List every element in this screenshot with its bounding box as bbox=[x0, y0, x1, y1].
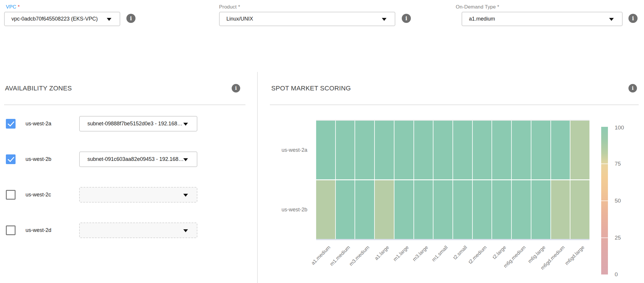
heatmap-cell bbox=[414, 121, 433, 179]
heatmap-x-label: a1.large bbox=[374, 245, 391, 262]
subnet-select-us-west-2b[interactable]: subnet-091c603aa82e09453 - 192.168… bbox=[79, 151, 197, 167]
chevron-down-icon bbox=[609, 18, 614, 21]
az-checkbox-us-west-2d[interactable] bbox=[6, 225, 16, 235]
heatmap-grid bbox=[316, 120, 589, 240]
az-checkbox-us-west-2b[interactable] bbox=[6, 154, 16, 164]
az-row-us-west-2d: us-west-2d bbox=[6, 223, 257, 238]
az-row-us-west-2c: us-west-2c bbox=[6, 187, 257, 203]
product-select-value: Linux/UNIX bbox=[226, 16, 253, 22]
product-select[interactable]: Linux/UNIX bbox=[219, 12, 395, 26]
spot-market-scoring-panel: SPOT MARKET SCORING i us-west-2a us-west… bbox=[258, 72, 643, 283]
heatmap-cell bbox=[492, 121, 511, 179]
heatmap-cell bbox=[394, 180, 413, 239]
heatmap-cell bbox=[531, 121, 550, 179]
az-name: us-west-2c bbox=[26, 192, 79, 198]
legend-divider bbox=[601, 201, 608, 201]
az-row-us-west-2b: us-west-2b subnet-091c603aa82e09453 - 19… bbox=[6, 151, 257, 167]
product-label: Product * bbox=[219, 4, 240, 10]
az-row-us-west-2a: us-west-2a subnet-09888f7be5152d0e3 - 19… bbox=[6, 116, 257, 132]
heatmap-cell bbox=[394, 121, 413, 179]
vpc-required-mark: * bbox=[18, 4, 20, 10]
heatmap-x-label: t2.large bbox=[492, 245, 507, 260]
heatmap-cell bbox=[492, 180, 511, 239]
heatmap-x-label: m1.large bbox=[392, 245, 410, 262]
heatmap-cell bbox=[512, 180, 531, 239]
heatmap-cell bbox=[375, 180, 394, 239]
az-name: us-west-2a bbox=[26, 121, 79, 127]
heatmap-x-label: m6g.large bbox=[527, 245, 547, 265]
chevron-down-icon bbox=[183, 229, 188, 232]
legend-tick-label: 0 bbox=[615, 271, 618, 278]
heatmap-cell bbox=[453, 121, 472, 179]
legend-tick-label: 50 bbox=[615, 198, 621, 204]
heatmap-cell bbox=[570, 180, 589, 239]
heatmap-cell bbox=[375, 121, 394, 179]
availability-zones-title: AVAILABILITY ZONES bbox=[5, 85, 72, 92]
chevron-down-icon bbox=[107, 18, 111, 21]
heatmap-cell bbox=[433, 180, 453, 239]
heatmap-cell bbox=[551, 121, 570, 179]
heatmap-cell bbox=[336, 121, 355, 179]
subnet-select-value: subnet-09888f7be5152d0e3 - 192.168… bbox=[87, 121, 182, 127]
legend-tick-label: 75 bbox=[615, 161, 621, 167]
heatmap-cell bbox=[531, 180, 550, 239]
heatmap-x-label: m6gd.large bbox=[564, 245, 586, 266]
heatmap-x-label: m3.large bbox=[411, 245, 429, 262]
chevron-down-icon bbox=[382, 18, 387, 21]
heatmap-x-axis: a1.mediumm1.mediumm3.mediuma1.largem1.la… bbox=[316, 245, 589, 283]
heatmap-row-label: us-west-2a bbox=[258, 147, 307, 153]
legend-tick-label: 100 bbox=[615, 124, 624, 131]
heatmap-cell bbox=[316, 180, 335, 239]
heatmap-cell bbox=[570, 121, 589, 179]
top-form: VPC * vpc-0adcb70f645508223 (EKS-VPC) i … bbox=[0, 0, 644, 72]
spot-market-scoring-title: SPOT MARKET SCORING bbox=[271, 85, 351, 92]
vpc-select-value: vpc-0adcb70f645508223 (EKS-VPC) bbox=[11, 16, 98, 22]
product-info-icon[interactable]: i bbox=[402, 14, 411, 23]
heatmap-x-label: t2.medium bbox=[467, 245, 488, 265]
on-demand-type-label: On-Demand Type * bbox=[456, 4, 499, 10]
heatmap-cell bbox=[453, 180, 472, 239]
az-checkbox-us-west-2c[interactable] bbox=[6, 190, 16, 200]
spot-market-scoring-info-icon[interactable]: i bbox=[628, 84, 637, 92]
heatmap-x-label: m1.small bbox=[431, 245, 449, 263]
az-checkbox-us-west-2a[interactable] bbox=[6, 119, 16, 129]
subnet-select-us-west-2d[interactable] bbox=[79, 223, 197, 238]
section-divider bbox=[4, 105, 245, 105]
availability-zones-panel: AVAILABILITY ZONES i us-west-2a subnet-0… bbox=[0, 72, 258, 283]
availability-zones-info-icon[interactable]: i bbox=[232, 84, 240, 92]
chevron-down-icon bbox=[183, 194, 188, 197]
chevron-down-icon bbox=[183, 123, 188, 126]
legend-tick-label: 25 bbox=[615, 235, 621, 241]
heatmap-cell bbox=[414, 180, 433, 239]
on-demand-type-select[interactable]: a1.medium bbox=[462, 12, 623, 26]
heatmap-row-label: us-west-2b bbox=[258, 207, 307, 213]
subnet-select-value: subnet-091c603aa82e09453 - 192.168… bbox=[87, 156, 184, 162]
legend-divider bbox=[601, 164, 608, 164]
heatmap-cell bbox=[433, 121, 453, 179]
vpc-select[interactable]: vpc-0adcb70f645508223 (EKS-VPC) bbox=[4, 12, 120, 26]
on-demand-type-info-icon[interactable]: i bbox=[628, 14, 638, 23]
chevron-down-icon bbox=[183, 158, 188, 161]
heatmap-cell bbox=[355, 180, 374, 239]
legend-divider bbox=[601, 237, 608, 238]
heatmap-cell bbox=[316, 121, 335, 179]
vpc-label: VPC * bbox=[6, 4, 20, 10]
subnet-select-us-west-2a[interactable]: subnet-09888f7be5152d0e3 - 192.168… bbox=[79, 116, 197, 132]
heatmap-cell bbox=[355, 121, 374, 179]
az-name: us-west-2b bbox=[26, 156, 79, 162]
heatmap-cell bbox=[512, 121, 531, 179]
heatmap-x-label: m3.medium bbox=[348, 245, 371, 267]
heatmap-cell bbox=[551, 180, 570, 239]
az-name: us-west-2d bbox=[26, 227, 79, 233]
heatmap-cell bbox=[336, 180, 355, 239]
heatmap-x-label: m1.medium bbox=[329, 245, 351, 267]
heatmap-cell bbox=[473, 121, 492, 179]
on-demand-type-select-value: a1.medium bbox=[469, 16, 495, 22]
vpc-info-icon[interactable]: i bbox=[126, 14, 135, 23]
heatmap-x-label: t2.small bbox=[452, 245, 469, 261]
heatmap-cell bbox=[473, 180, 492, 239]
section-divider bbox=[270, 105, 639, 105]
subnet-select-us-west-2c[interactable] bbox=[79, 187, 197, 203]
